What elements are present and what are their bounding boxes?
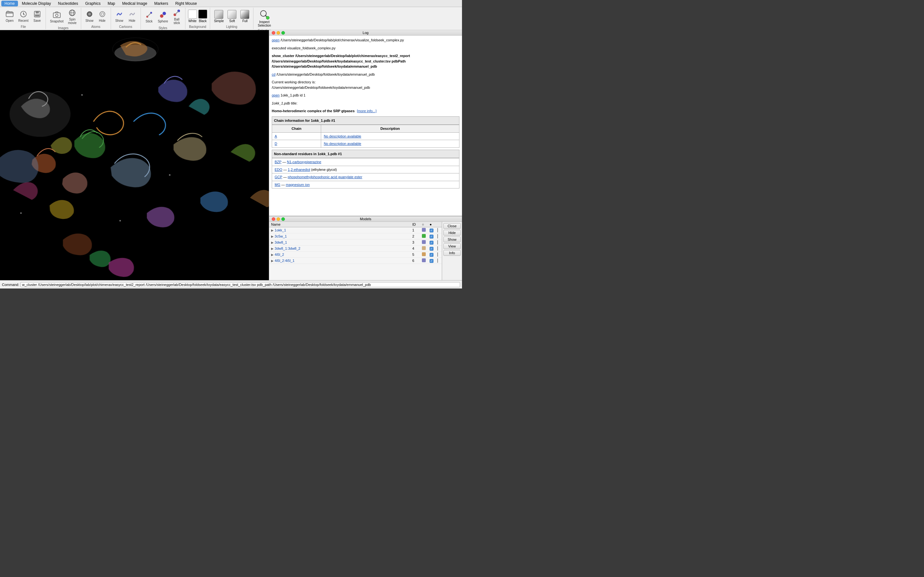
log-close-button[interactable] bbox=[272, 31, 275, 35]
model-4i5lc-eye[interactable] bbox=[437, 258, 438, 263]
spin-movie-icon bbox=[68, 9, 76, 17]
model-3dw8-color[interactable] bbox=[422, 240, 426, 244]
model-1okk-color[interactable] bbox=[422, 228, 426, 232]
open-button[interactable]: Open bbox=[4, 10, 15, 23]
magnesium-link[interactable]: magnesium ion bbox=[286, 183, 310, 187]
nav-item-right-mouse[interactable]: Right Mouse bbox=[172, 1, 200, 6]
model-4i5lc-check[interactable]: ✓ bbox=[430, 259, 433, 263]
model-row-3dw8-complex[interactable]: ▶ 3dw8_1:3dw8_2 4 ✓ bbox=[269, 245, 442, 251]
atoms-group-label: Atoms bbox=[91, 24, 100, 29]
expand-arrow-5[interactable]: ▶ bbox=[271, 253, 274, 256]
chain-d-desc[interactable]: No description available bbox=[324, 142, 361, 145]
model-3dw8c-eye[interactable] bbox=[437, 246, 438, 251]
stick-button[interactable]: Stick bbox=[144, 10, 155, 24]
recent-button[interactable]: Recent bbox=[17, 10, 30, 23]
atoms-hide-button[interactable]: Hide bbox=[97, 10, 108, 23]
model-3dw8-eye[interactable] bbox=[437, 240, 438, 245]
open-1okk-link[interactable]: open bbox=[272, 93, 279, 97]
sphere-button[interactable]: Sphere bbox=[156, 10, 170, 24]
model-4i5l-link[interactable]: 4i5l_2 bbox=[275, 253, 284, 256]
more-info-link[interactable]: [more info...] bbox=[357, 109, 376, 113]
models-view-button[interactable]: View bbox=[443, 243, 461, 249]
nav-item-nucleotides[interactable]: Nucleotides bbox=[55, 1, 81, 6]
model-4i5l-check[interactable]: ✓ bbox=[430, 253, 433, 257]
model-3c5w-link[interactable]: 3c5w_1 bbox=[275, 234, 287, 238]
toolbar: Open Recent Save File S bbox=[0, 7, 462, 30]
models-close-button[interactable]: Close bbox=[443, 223, 461, 229]
model-row-3c5w[interactable]: ▶ 3c5w_1 2 ✓ bbox=[269, 234, 442, 239]
model-3c5w-color[interactable] bbox=[422, 234, 426, 238]
svg-point-31 bbox=[20, 212, 22, 214]
models-max-traffic[interactable] bbox=[281, 218, 285, 221]
nav-item-molecule-display[interactable]: Molecule Display bbox=[19, 1, 54, 6]
nav-item-home[interactable]: Home bbox=[1, 1, 18, 6]
expand-arrow-6[interactable]: ▶ bbox=[271, 259, 274, 263]
cd-link[interactable]: cd bbox=[272, 73, 276, 76]
model-1okk-eye[interactable] bbox=[437, 228, 438, 232]
nav-item-markers[interactable]: Markers bbox=[151, 1, 171, 6]
model-3dw8c-color[interactable] bbox=[422, 246, 426, 250]
log-minimize-button[interactable] bbox=[276, 31, 280, 35]
model-row-4i5l[interactable]: ▶ 4i5l_2 5 ✓ bbox=[269, 251, 442, 258]
models-close-traffic[interactable] bbox=[272, 218, 275, 221]
atoms-show-button[interactable]: Show bbox=[84, 10, 95, 23]
model-4i5l-color[interactable] bbox=[422, 252, 426, 256]
open-icon bbox=[6, 11, 13, 19]
simple-lighting-button[interactable]: Simple bbox=[213, 9, 225, 23]
cartoons-hide-button[interactable]: Hide bbox=[126, 10, 138, 23]
models-show-button[interactable]: Show bbox=[443, 237, 461, 242]
bzp-link[interactable]: BZP bbox=[275, 160, 281, 164]
nav-item-map[interactable]: Map bbox=[104, 1, 118, 6]
expand-arrow-3[interactable]: ▶ bbox=[271, 241, 274, 244]
model-row-4i5l-complex[interactable]: ▶ 4i5l_2:4i5l_1 6 ✓ bbox=[269, 258, 442, 264]
expand-arrow-1[interactable]: ▶ bbox=[271, 229, 274, 232]
expand-arrow-2[interactable]: ▶ bbox=[271, 235, 274, 238]
soft-lighting-button[interactable]: Soft bbox=[226, 9, 238, 23]
save-button[interactable]: Save bbox=[31, 10, 43, 23]
stick-label: Stick bbox=[145, 19, 153, 23]
model-1okk-link[interactable]: 1okk_1 bbox=[275, 228, 286, 232]
cartoons-show-button[interactable]: Show bbox=[113, 10, 125, 23]
model-1okk-check[interactable]: ✓ bbox=[430, 229, 433, 232]
ball-stick-button[interactable]: Ballstick bbox=[171, 8, 183, 26]
log-content[interactable]: open /Users/steineggerlab/Desktop/lab/pl… bbox=[269, 35, 462, 216]
models-list-area[interactable]: Name ID ○ ● ▶ 1okk_1 bbox=[269, 222, 442, 280]
inspect-selection-button[interactable]: InspectSelection bbox=[256, 8, 272, 28]
n1-link[interactable]: N1-carboxypiperazine bbox=[287, 160, 321, 164]
models-min-traffic[interactable] bbox=[276, 218, 280, 221]
chain-a-desc[interactable]: No description available bbox=[324, 134, 361, 138]
white-bg-btn[interactable]: White bbox=[188, 10, 197, 23]
models-traffic-lights bbox=[272, 218, 285, 221]
model-3dw8-check[interactable]: ✓ bbox=[430, 241, 433, 245]
phospho-link[interactable]: phosphomethylphosphonic acid guanylate e… bbox=[288, 175, 362, 179]
model-3dw8c-check[interactable]: ✓ bbox=[430, 247, 433, 251]
model-row-3dw8[interactable]: ▶ 3dw8_1 3 ✓ bbox=[269, 239, 442, 245]
model-3c5w-eye[interactable] bbox=[437, 234, 438, 239]
models-hide-button[interactable]: Hide bbox=[443, 230, 461, 235]
model-3dw8-complex-link[interactable]: 3dw8_1:3dw8_2 bbox=[275, 247, 300, 250]
model-row-1okk[interactable]: ▶ 1okk_1 1 ✓ bbox=[269, 227, 442, 234]
models-info-button[interactable]: Info bbox=[443, 250, 461, 256]
nav-item-graphics[interactable]: Graphics bbox=[82, 1, 103, 6]
spin-movie-button[interactable]: Spinmovie bbox=[66, 8, 78, 26]
viewport[interactable] bbox=[0, 30, 269, 280]
ethanediol-link[interactable]: 1,2-ethanediol bbox=[288, 168, 310, 171]
model-3c5w-check[interactable]: ✓ bbox=[430, 235, 433, 239]
gcp-link[interactable]: GCP bbox=[275, 175, 282, 179]
black-bg-btn[interactable]: Black bbox=[198, 10, 207, 23]
expand-arrow-4[interactable]: ▶ bbox=[271, 247, 274, 250]
model-3dw8-link[interactable]: 3dw8_1 bbox=[275, 240, 287, 244]
log-maximize-button[interactable] bbox=[281, 31, 285, 35]
edo-link[interactable]: EDO bbox=[275, 168, 282, 171]
chain-a-link[interactable]: A bbox=[275, 134, 277, 138]
model-4i5l-eye[interactable] bbox=[437, 252, 438, 257]
open-link[interactable]: open bbox=[272, 38, 279, 42]
nav-item-medical-image[interactable]: Medical Image bbox=[119, 1, 150, 6]
chain-d-link[interactable]: D bbox=[275, 142, 277, 145]
full-lighting-button[interactable]: Full bbox=[239, 9, 250, 23]
snapshot-button[interactable]: Snapshot bbox=[48, 10, 65, 24]
command-input[interactable] bbox=[21, 282, 460, 287]
model-4i5l-complex-link[interactable]: 4i5l_2:4i5l_1 bbox=[275, 259, 294, 263]
mg-link[interactable]: MG bbox=[275, 183, 280, 187]
model-4i5lc-color[interactable] bbox=[422, 258, 426, 262]
